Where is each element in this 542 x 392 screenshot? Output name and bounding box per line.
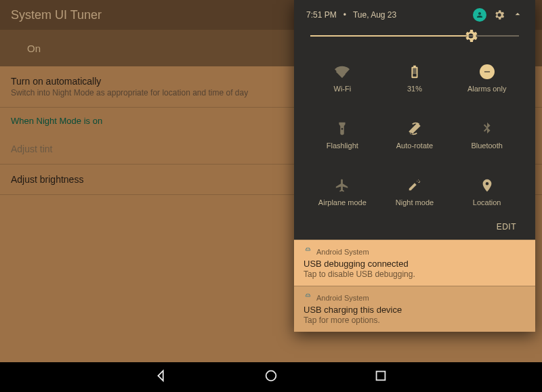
tile-label: Auto-rotate [396, 141, 433, 150]
notification-title: USB debugging connected [304, 259, 526, 269]
qs-edit-button[interactable]: EDIT [306, 218, 523, 233]
android-icon [304, 293, 312, 302]
separator-dot: • [343, 10, 346, 20]
tile-label: Bluetooth [471, 141, 502, 150]
user-avatar-icon[interactable] [473, 8, 486, 22]
android-icon [304, 247, 312, 256]
dnd-icon [480, 64, 495, 79]
nav-home-icon[interactable] [264, 368, 278, 386]
master-switch-label: On [27, 43, 41, 54]
nav-back-icon[interactable] [154, 368, 169, 386]
battery-icon [407, 64, 422, 79]
notification-title: USB charging this device [304, 305, 526, 315]
notification-app-name: Android System [316, 248, 369, 256]
tile-flashlight[interactable]: Flashlight [306, 110, 379, 161]
svg-point-4 [266, 371, 276, 381]
settings-gear-icon[interactable] [493, 9, 505, 21]
notification-app-row: Android System [304, 293, 526, 302]
tile-label: Airplane mode [318, 198, 367, 206]
tile-dnd[interactable]: Alarms only [451, 53, 523, 104]
tile-bluetooth[interactable]: Bluetooth [451, 110, 523, 161]
notification-item[interactable]: Android System USB charging this device … [294, 286, 535, 332]
brightness-thumb-icon[interactable] [463, 28, 479, 44]
tile-battery[interactable]: 31% [379, 53, 451, 104]
tile-location[interactable]: Location [451, 167, 523, 218]
tile-wifi[interactable]: Wi-Fi [306, 53, 379, 104]
svg-point-1 [308, 249, 309, 250]
notification-subtitle: Tap for more options. [304, 315, 526, 325]
nav-recent-icon[interactable] [373, 368, 388, 386]
tile-label: Flashlight [327, 141, 358, 150]
notification-app-row: Android System [304, 247, 526, 256]
tile-label: Wi-Fi [334, 85, 352, 93]
notification-app-name: Android System [316, 294, 369, 302]
svg-point-0 [307, 249, 308, 250]
notification-subtitle: Tap to disable USB debugging. [304, 269, 526, 279]
tile-label: Night mode [396, 198, 434, 206]
brightness-fill [310, 35, 467, 37]
collapse-chevron-icon[interactable] [512, 9, 523, 22]
tile-auto-rotate[interactable]: Auto-rotate [379, 110, 451, 161]
tile-label: Alarms only [467, 85, 506, 93]
tile-label: 31% [407, 85, 422, 93]
auto-rotate-icon [407, 121, 422, 136]
location-icon [480, 178, 495, 193]
tile-night-mode[interactable]: Night mode [379, 167, 451, 218]
notification-item[interactable]: Android System USB debugging connected T… [294, 240, 535, 286]
brightness-slider[interactable] [310, 35, 519, 37]
qs-header: 7:51 PM • Tue, Aug 23 [306, 8, 523, 22]
night-mode-icon [407, 178, 422, 193]
status-time: 7:51 PM [306, 10, 337, 20]
status-date: Tue, Aug 23 [353, 10, 396, 20]
svg-point-2 [307, 295, 308, 296]
quick-settings-panel: 7:51 PM • Tue, Aug 23 Wi-Fi [294, 0, 535, 240]
airplane-icon [335, 178, 350, 193]
navigation-bar [0, 362, 542, 392]
tile-label: Location [473, 198, 501, 206]
page-title: System UI Tuner [11, 8, 102, 22]
svg-rect-5 [377, 372, 385, 380]
tile-airplane[interactable]: Airplane mode [306, 167, 379, 218]
flashlight-icon [335, 121, 350, 136]
qs-tiles-grid: Wi-Fi 31% Alarms only Flashlight Auto-ro… [306, 53, 523, 218]
bluetooth-icon [480, 121, 495, 136]
wifi-off-icon [335, 64, 350, 79]
notification-shade: 7:51 PM • Tue, Aug 23 Wi-Fi [294, 0, 535, 332]
svg-point-3 [308, 295, 309, 296]
